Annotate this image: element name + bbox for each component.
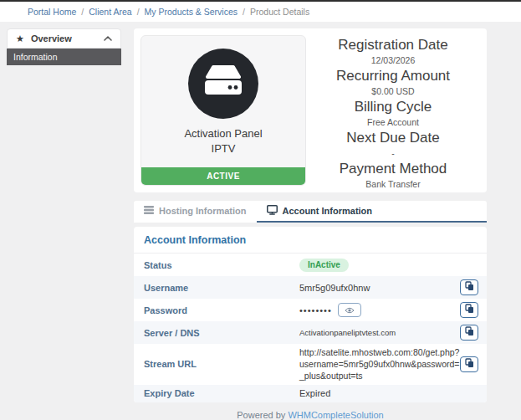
detail-value-recurring-amount: $0.00 USD <box>306 86 480 96</box>
billing-details: Registration Date 12/03/2026 Recurring A… <box>306 35 480 186</box>
row-label: Stream URL <box>144 359 299 369</box>
storage-device-icon <box>200 63 247 105</box>
tab-bar: Hosting Information Account Information <box>134 201 487 223</box>
account-information-panel: Account Information Status InActive User… <box>134 227 487 402</box>
server-icon <box>144 205 154 217</box>
row-label: Password <box>144 305 299 315</box>
sidebar-item-label: Information <box>13 52 58 62</box>
table-row-stream-url: Stream URL http://satelite.mhostweb.com:… <box>134 344 487 385</box>
section-title: Account Information <box>134 227 487 254</box>
detail-value-next-due-date: - <box>306 148 480 158</box>
row-label: Expiry Date <box>144 388 299 398</box>
copy-username-button[interactable] <box>460 279 478 295</box>
row-label: Server / DNS <box>144 328 299 338</box>
reveal-password-button[interactable] <box>338 303 361 317</box>
breadcrumb-separator: / <box>243 7 245 17</box>
sidebar-header-label: Overview <box>31 33 72 44</box>
product-name: Activation Panel IPTV <box>184 126 262 156</box>
star-icon: ★ <box>16 34 24 44</box>
main-content: Activation Panel IPTV ACTIVE Registratio… <box>134 28 487 420</box>
sidebar-overview-header[interactable]: ★ Overview <box>7 28 121 49</box>
stream-url-value: http://satelite.mhostweb.com:80/get.php?… <box>299 346 460 382</box>
sidebar-item-information[interactable]: Information <box>7 49 121 65</box>
detail-label-recurring-amount: Recurring Amount <box>306 68 480 85</box>
copy-password-button[interactable] <box>460 302 478 318</box>
breadcrumb-current-page: Product Details <box>250 7 309 17</box>
product-card: Activation Panel IPTV ACTIVE <box>140 35 306 186</box>
tab-label: Hosting Information <box>159 206 247 216</box>
row-label: Status <box>144 260 299 270</box>
row-label: Username <box>144 283 299 293</box>
detail-value-registration-date: 12/03/2026 <box>306 55 480 65</box>
breadcrumb-link-client-area[interactable]: Client Area <box>89 7 131 17</box>
detail-label-next-due-date: Next Due Date <box>306 130 480 146</box>
status-banner: ACTIVE <box>141 167 305 185</box>
eye-icon <box>345 304 355 316</box>
detail-value-payment-method: Bank Transfer <box>306 179 480 189</box>
product-name-line2: IPTV <box>184 141 262 156</box>
breadcrumb-separator: / <box>81 7 84 17</box>
copy-icon <box>465 304 474 316</box>
footer-prefix: Powered by <box>237 410 285 420</box>
copy-stream-url-button[interactable] <box>460 356 478 372</box>
sidebar: ★ Overview Information <box>7 28 121 65</box>
detail-label-billing-cycle: Billing Cycle <box>306 99 480 115</box>
copy-icon <box>465 358 474 371</box>
expiry-date-value: Expired <box>299 388 330 398</box>
status-banner-label: ACTIVE <box>207 172 240 181</box>
copy-server-button[interactable] <box>460 325 478 341</box>
tab-bar-underline <box>382 201 487 223</box>
breadcrumb-separator: / <box>137 7 140 17</box>
password-masked-value: •••••••• <box>299 305 332 315</box>
table-row-expiry-date: Expiry Date Expired <box>134 385 487 402</box>
tab-hosting-information[interactable]: Hosting Information <box>134 201 257 223</box>
server-dns-value: Activationpaneliptvtest.com <box>299 328 396 337</box>
breadcrumb-link-my-products[interactable]: My Products & Services <box>145 7 238 17</box>
footer-whmcs-link[interactable]: WHMCompleteSolution <box>288 410 383 420</box>
product-name-line1: Activation Panel <box>184 126 262 141</box>
detail-value-billing-cycle: Free Account <box>306 117 480 127</box>
footer: Powered by WHMCompleteSolution <box>134 410 487 420</box>
detail-label-payment-method: Payment Method <box>306 161 480 177</box>
tab-label: Account Information <box>283 206 373 216</box>
username-value: 5mr5g09ufx0hnw <box>299 283 370 293</box>
table-row-status: Status InActive <box>134 254 487 276</box>
product-image <box>188 49 258 119</box>
table-row-server-dns: Server / DNS Activationpaneliptvtest.com <box>134 321 487 344</box>
tab-account-information[interactable]: Account Information <box>257 201 383 223</box>
detail-label-registration-date: Registration Date <box>306 37 480 54</box>
product-overview-panel: Activation Panel IPTV ACTIVE Registratio… <box>134 28 487 192</box>
chevron-up-icon <box>104 36 112 41</box>
breadcrumb: Portal Home / Client Area / My Products … <box>0 2 521 22</box>
breadcrumb-link-portal-home[interactable]: Portal Home <box>28 7 76 17</box>
copy-icon <box>465 326 474 339</box>
table-row-password: Password •••••••• <box>134 299 487 321</box>
copy-icon <box>465 281 474 294</box>
monitor-icon <box>267 205 278 217</box>
status-badge: InActive <box>299 259 349 272</box>
table-row-username: Username 5mr5g09ufx0hnw <box>134 276 487 299</box>
